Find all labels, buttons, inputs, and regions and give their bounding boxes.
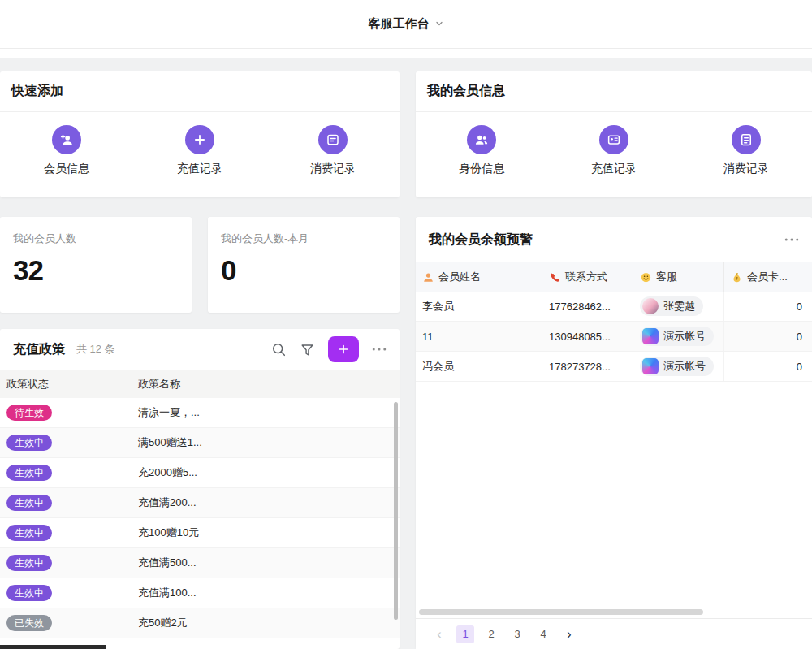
policy-name: 充值满100... — [132, 586, 400, 600]
vertical-scrollbar[interactable] — [394, 402, 398, 620]
status-badge: 生效中 — [6, 585, 52, 601]
agent-pill: 张雯越 — [640, 296, 703, 316]
money-icon — [731, 271, 743, 283]
member-contact: 177628462... — [542, 292, 633, 321]
more-options-icon[interactable] — [784, 237, 799, 242]
member-recharge-record[interactable]: 充值记录 — [577, 125, 650, 176]
member-contact: 130948085... — [542, 322, 633, 351]
balance-warning-card: 我的会员余额预警 会员姓名 联系方式 客服 会员卡... 李会员 1776284… — [416, 217, 812, 649]
agent-name: 演示帐号 — [663, 359, 706, 374]
quick-add-member-info[interactable]: 会员信息 — [30, 125, 103, 176]
column-label: 会员卡... — [747, 270, 788, 284]
horizontal-scrollbar[interactable] — [419, 609, 703, 615]
status-badge: 生效中 — [6, 435, 52, 451]
table-row[interactable]: 待生效 清凉一夏，... — [0, 398, 400, 428]
member-info-title: 我的会员信息 — [427, 83, 505, 100]
id-card-icon — [599, 125, 628, 154]
search-icon[interactable] — [270, 341, 287, 357]
agent-name: 张雯越 — [663, 299, 695, 314]
next-page-button[interactable]: › — [560, 625, 578, 643]
column-header-name: 政策名称 — [132, 377, 400, 392]
status-badge: 生效中 — [6, 495, 52, 511]
status-badge: 生效中 — [6, 555, 52, 571]
page-button-4[interactable]: 4 — [534, 625, 552, 643]
plus-icon — [185, 125, 214, 154]
quick-add-title: 快速添加 — [11, 83, 63, 100]
stat-value: 0 — [221, 254, 387, 287]
table-row[interactable]: 生效中 满500赠送1... — [0, 428, 400, 458]
agent-cell: 张雯越 — [633, 292, 724, 321]
stat-card-member-count-month: 我的会员人数-本月 0 — [208, 217, 400, 313]
table-row[interactable]: 生效中 充值满500... — [0, 548, 400, 578]
member-info-card: 我的会员信息 身份信息 充值记录 消费记录 — [416, 71, 812, 197]
quick-add-card: 快速添加 会员信息 充值记录 消费记录 — [0, 71, 400, 197]
member-card-value: 0 — [724, 322, 812, 351]
recharge-policy-card: 充值政策 共 12 条 政策状态 政策名称 待生效 清凉一夏，... — [0, 329, 400, 649]
page-horizontal-scrollbar[interactable] — [0, 645, 106, 649]
smiley-icon — [640, 271, 652, 283]
stat-card-member-count: 我的会员人数 32 — [0, 217, 192, 313]
member-identity-info[interactable]: 身份信息 — [445, 125, 518, 176]
policy-name: 充值满500... — [132, 556, 400, 570]
table-row[interactable]: 11 130948085... 演示帐号 0 — [416, 322, 812, 352]
phone-icon — [549, 271, 561, 283]
member-recharge-record-label: 充值记录 — [591, 162, 637, 176]
quick-add-consume-record[interactable]: 消费记录 — [296, 125, 369, 176]
recharge-policy-title: 充值政策 — [13, 341, 65, 358]
stat-label: 我的会员人数-本月 — [221, 231, 387, 246]
plus-icon — [337, 343, 350, 356]
quick-add-recharge-record-label: 充值记录 — [177, 162, 222, 176]
column-label: 会员姓名 — [438, 270, 481, 284]
quick-add-recharge-record[interactable]: 充值记录 — [163, 125, 236, 176]
person-icon — [422, 271, 434, 283]
avatar — [642, 328, 659, 344]
member-contact: 178273728... — [542, 352, 633, 381]
column-label: 客服 — [656, 270, 677, 284]
column-label: 联系方式 — [565, 270, 607, 284]
topbar: 客服工作台 — [0, 0, 812, 49]
member-card-value: 0 — [724, 292, 812, 321]
person-add-icon — [52, 125, 81, 154]
agent-name: 演示帐号 — [663, 329, 706, 344]
table-row[interactable]: 生效中 充值满100... — [0, 578, 400, 608]
page-title: 客服工作台 — [369, 16, 430, 32]
balance-warning-title: 我的会员余额预警 — [429, 231, 533, 249]
member-consume-record[interactable]: 消费记录 — [710, 125, 783, 176]
quick-add-member-info-label: 会员信息 — [44, 162, 89, 176]
agent-cell: 演示帐号 — [633, 322, 724, 351]
column-header-contact: 联系方式 — [542, 262, 633, 292]
policy-name: 充100赠10元 — [132, 526, 400, 540]
pagination: ‹ 1 2 3 4 › — [416, 618, 812, 649]
page-button-2[interactable]: 2 — [482, 625, 500, 643]
avatar — [642, 298, 659, 314]
column-header-member-name: 会员姓名 — [416, 262, 542, 292]
status-badge: 待生效 — [6, 405, 52, 421]
agent-cell: 演示帐号 — [633, 352, 724, 381]
table-row[interactable]: 生效中 充值满200... — [0, 488, 400, 518]
table-row[interactable]: 冯会员 178273728... 演示帐号 0 — [416, 352, 812, 382]
column-header-member-card: 会员卡... — [724, 262, 812, 292]
page-button-3[interactable]: 3 — [508, 625, 526, 643]
table-row[interactable]: 李会员 177628462... 张雯越 0 — [416, 292, 812, 322]
prev-page-button[interactable]: ‹ — [430, 625, 448, 643]
policy-name: 满500赠送1... — [132, 435, 400, 450]
filter-icon[interactable] — [300, 342, 315, 357]
workspace-switcher[interactable]: 客服工作台 — [369, 16, 444, 32]
more-options-icon[interactable] — [372, 347, 387, 352]
policy-name: 充值满200... — [132, 495, 400, 510]
member-card-value: 0 — [724, 352, 812, 381]
receipt-icon — [732, 125, 761, 154]
chevron-down-icon — [434, 17, 444, 32]
table-row[interactable]: 生效中 充2000赠5... — [0, 458, 400, 488]
stat-label: 我的会员人数 — [13, 231, 179, 246]
table-row[interactable]: 已失效 充50赠2元 — [0, 608, 400, 638]
record-count: 共 12 条 — [76, 342, 115, 357]
agent-pill: 演示帐号 — [640, 357, 714, 376]
table-row[interactable]: 生效中 充100赠10元 — [0, 518, 400, 548]
member-name: 冯会员 — [416, 352, 542, 381]
page-button-1[interactable]: 1 — [456, 625, 474, 643]
add-policy-button[interactable] — [328, 336, 359, 362]
quick-add-consume-record-label: 消费记录 — [310, 162, 356, 176]
people-icon — [467, 125, 496, 154]
avatar — [642, 358, 659, 374]
